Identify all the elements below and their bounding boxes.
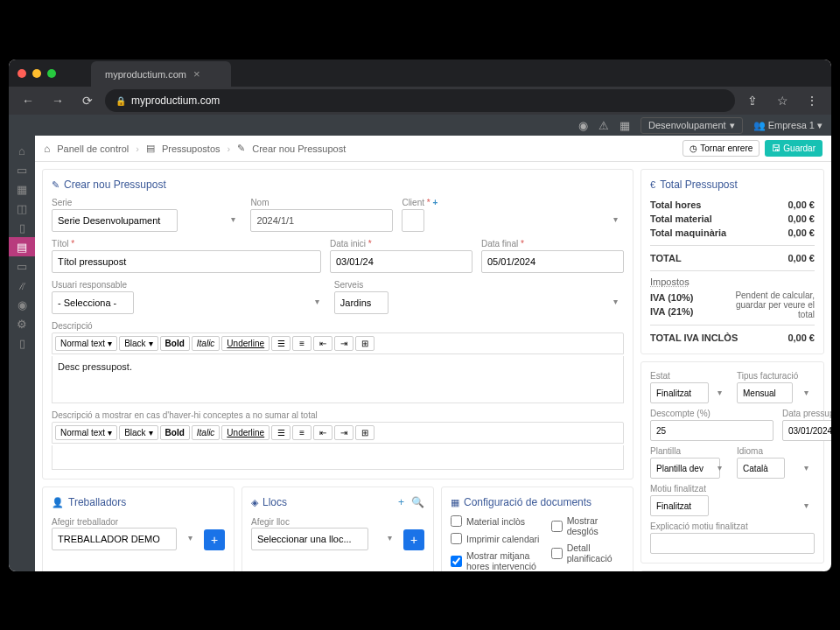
maximize-window-icon[interactable] bbox=[47, 69, 56, 78]
crumb-l1[interactable]: Pressupostos bbox=[162, 144, 220, 154]
italic-button[interactable]: Italic bbox=[192, 336, 220, 351]
client-label: Client * + bbox=[402, 198, 624, 207]
descompte-input[interactable] bbox=[650, 420, 774, 441]
estat-select[interactable]: Finalitzat bbox=[650, 382, 709, 403]
search-lloc-icon[interactable]: 🔍 bbox=[411, 496, 424, 508]
crumb-home[interactable]: Panell de control bbox=[57, 144, 129, 154]
tipusfact-select[interactable]: Mensual bbox=[737, 382, 793, 403]
explicacio-textarea[interactable] bbox=[650, 533, 815, 554]
user-menu[interactable]: 👥 Empresa 1 ▾ bbox=[753, 120, 822, 131]
rail-settings-icon[interactable]: ⚙ bbox=[9, 314, 35, 333]
data-final-input[interactable] bbox=[481, 250, 624, 273]
add-treballador-button[interactable]: + bbox=[204, 529, 225, 550]
idioma-select[interactable]: Català bbox=[737, 458, 785, 479]
data-inici-label: Data inici * bbox=[330, 239, 472, 248]
list-ol-icon-2[interactable]: ≡ bbox=[292, 425, 312, 440]
share-icon[interactable]: ⇪ bbox=[740, 94, 765, 108]
titol-input[interactable] bbox=[52, 250, 321, 273]
rail-page-icon[interactable]: ▯ bbox=[9, 333, 35, 353]
table-icon-2[interactable]: ⊞ bbox=[355, 425, 374, 440]
nom-input bbox=[250, 209, 393, 232]
close-tab-icon[interactable]: × bbox=[193, 67, 200, 80]
rail-briefcase-icon[interactable]: ▯ bbox=[9, 218, 35, 237]
color-dropdown-2[interactable]: Black ▾ bbox=[119, 425, 158, 440]
menu-icon[interactable]: ⋮ bbox=[800, 94, 824, 108]
underline-button-2[interactable]: Underline bbox=[221, 425, 270, 440]
italic-button-2[interactable]: Italic bbox=[192, 425, 220, 440]
format-dropdown[interactable]: Normal text ▾ bbox=[55, 336, 117, 351]
descripcio-label: Descripció bbox=[52, 321, 624, 331]
window-controls[interactable] bbox=[18, 69, 56, 78]
chk-planificacio[interactable]: Detall planificació bbox=[551, 542, 624, 564]
minimize-window-icon[interactable] bbox=[32, 69, 41, 78]
card-title: ✎ Crear nou Pressupost bbox=[52, 178, 624, 191]
rail-budget-icon[interactable]: ▤ bbox=[9, 237, 35, 256]
tab-title: myproductium.com bbox=[105, 69, 186, 80]
chk-material[interactable]: Material inclòs bbox=[451, 515, 544, 527]
outdent-icon[interactable]: ⇤ bbox=[313, 336, 332, 351]
data-inici-input[interactable] bbox=[330, 250, 472, 273]
serie-select[interactable]: Serie Desenvolupament bbox=[52, 209, 178, 232]
star-icon[interactable]: ☆ bbox=[770, 94, 794, 108]
descripcio2-editor[interactable] bbox=[52, 445, 624, 470]
indent-icon[interactable]: ⇥ bbox=[334, 336, 354, 351]
breadcrumb: ⌂ Panell de control › ▤ Pressupostos › ✎… bbox=[35, 136, 831, 162]
list-ul-icon[interactable]: ☰ bbox=[271, 336, 290, 351]
close-window-icon[interactable] bbox=[18, 69, 26, 78]
lloc-select[interactable]: Seleccionar una lloc... bbox=[251, 528, 368, 550]
treballador-select[interactable]: TREBALLADOR DEMO bbox=[52, 528, 177, 550]
chk-desglos[interactable]: Mostrar desglós bbox=[551, 515, 624, 536]
save-button[interactable]: 🖫 Guardar bbox=[765, 140, 822, 157]
lock-icon: 🔒 bbox=[116, 96, 126, 106]
address-bar[interactable]: 🔒 myproductium.com bbox=[105, 89, 735, 112]
environment-dropdown[interactable]: Desenvolupament ▾ bbox=[640, 117, 743, 134]
serveis-select[interactable]: Jardins bbox=[334, 291, 388, 314]
reload-icon[interactable]: ⟳ bbox=[75, 94, 100, 108]
bold-button[interactable]: Bold bbox=[160, 336, 190, 351]
nom-label: Nom bbox=[250, 198, 393, 207]
bold-button-2[interactable]: Bold bbox=[160, 425, 190, 440]
chevron-right-icon: › bbox=[136, 144, 139, 154]
back-button[interactable]: ◷ Tornar enrere bbox=[682, 140, 760, 157]
back-icon[interactable]: ← bbox=[16, 94, 40, 108]
person-icon: 👤 bbox=[52, 497, 64, 508]
rail-user-icon[interactable]: ◉ bbox=[9, 295, 35, 314]
status-card: EstatFinalitzat Tipus facturacióMensual … bbox=[640, 361, 824, 564]
warning-icon[interactable]: ⚠ bbox=[598, 119, 609, 132]
outdent-icon-2[interactable]: ⇤ bbox=[313, 425, 332, 440]
add-lloc-button[interactable]: + bbox=[403, 529, 424, 550]
datapres-input[interactable] bbox=[782, 420, 831, 441]
rail-stats-icon[interactable]: ⫽ bbox=[9, 276, 35, 295]
table-icon[interactable]: ⊞ bbox=[355, 336, 374, 351]
client-select[interactable] bbox=[402, 209, 424, 232]
list-ul-icon-2[interactable]: ☰ bbox=[271, 425, 290, 440]
add-lloc-icon[interactable]: + bbox=[398, 496, 404, 508]
add-client-icon[interactable]: + bbox=[432, 198, 438, 207]
rail-doc-icon[interactable]: ▭ bbox=[9, 160, 35, 179]
browser-tab[interactable]: myproductium.com × bbox=[91, 61, 231, 87]
serie-label: Serie bbox=[52, 198, 242, 207]
place-icon: ◈ bbox=[251, 497, 258, 508]
indent-icon-2[interactable]: ⇥ bbox=[334, 425, 354, 440]
serveis-label: Serveis bbox=[334, 280, 624, 290]
rail-archive-icon[interactable]: ▭ bbox=[9, 256, 35, 276]
browser-toolbar: ← → ⟳ 🔒 myproductium.com ⇪ ☆ ⋮ bbox=[9, 87, 831, 115]
usuari-select[interactable]: - Selecciona - bbox=[52, 291, 134, 314]
motiu-select[interactable]: Finalitzat bbox=[650, 495, 709, 516]
url-text: myproductium.com bbox=[131, 94, 220, 107]
rail-dashboard-icon[interactable]: ⌂ bbox=[9, 141, 35, 160]
underline-button[interactable]: Underline bbox=[221, 336, 270, 351]
chk-imprimir[interactable]: Imprimir calendari bbox=[451, 533, 544, 544]
plantilla-select[interactable]: Plantilla dev bbox=[650, 458, 720, 479]
list-ol-icon[interactable]: ≡ bbox=[292, 336, 312, 351]
rail-calendar-icon[interactable]: ▦ bbox=[9, 179, 35, 199]
forward-icon[interactable]: → bbox=[46, 94, 70, 108]
location-icon[interactable]: ◉ bbox=[578, 119, 588, 132]
descripcio-editor[interactable]: Desc pressupost. bbox=[52, 356, 624, 403]
chk-mitjana[interactable]: Mostrar mitjana hores intervenció bbox=[451, 550, 544, 571]
rail-folder-icon[interactable]: ◫ bbox=[9, 199, 35, 218]
format-dropdown-2[interactable]: Normal text ▾ bbox=[55, 425, 117, 440]
home-icon[interactable]: ⌂ bbox=[44, 143, 50, 155]
color-dropdown[interactable]: Black ▾ bbox=[119, 336, 158, 351]
grid-icon[interactable]: ▦ bbox=[620, 119, 630, 132]
